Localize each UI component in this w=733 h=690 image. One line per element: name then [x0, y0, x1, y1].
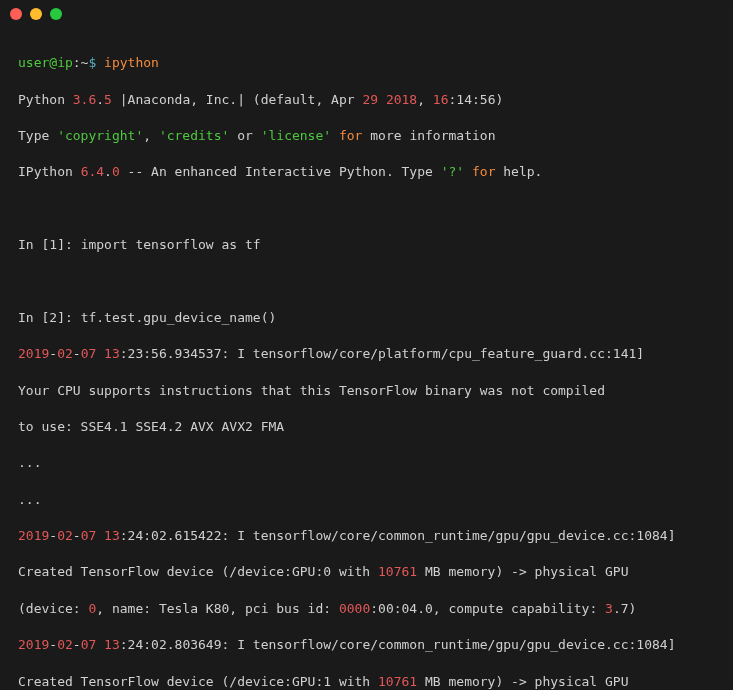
command: ipython [104, 55, 159, 70]
maximize-icon[interactable] [50, 8, 62, 20]
in-prompt-2: In [2]: [18, 310, 81, 325]
close-icon[interactable] [10, 8, 22, 20]
prompt-dollar: $ [88, 55, 96, 70]
terminal-window: user@ip:~$ ipython Python 3.6.5 |Anacond… [0, 0, 733, 690]
in-code-2: tf.test.gpu_device_name() [81, 310, 277, 325]
python-version-text: Python [18, 92, 73, 107]
minimize-icon[interactable] [30, 8, 42, 20]
prompt-path: :~ [73, 55, 89, 70]
prompt-user: user@ip [18, 55, 73, 70]
python-ver-maj: 3.6 [73, 92, 96, 107]
terminal-output[interactable]: user@ip:~$ ipython Python 3.6.5 |Anacond… [0, 28, 733, 690]
titlebar [0, 0, 733, 28]
in-code-1: import tensorflow as tf [81, 237, 261, 252]
in-prompt-1: In [1]: [18, 237, 81, 252]
